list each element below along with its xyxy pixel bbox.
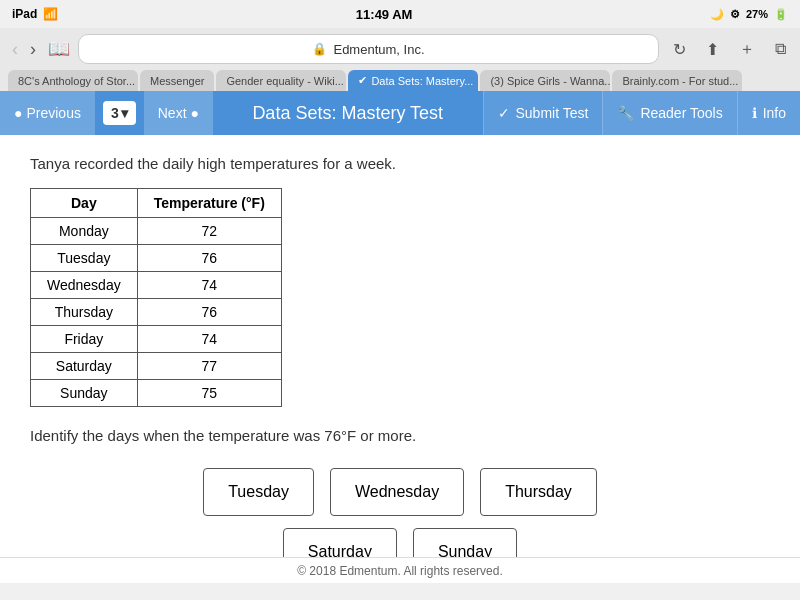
main-content: Tanya recorded the daily high temperatur… bbox=[0, 135, 800, 557]
url-text: Edmentum, Inc. bbox=[333, 42, 424, 57]
check-icon: ✓ bbox=[498, 105, 510, 121]
tab-label: Data Sets: Mastery... bbox=[371, 75, 473, 87]
browser-chrome: ‹ › 📖 🔒 Edmentum, Inc. ↻ ⬆ ＋ ⧉ 8C's Anth… bbox=[0, 28, 800, 91]
active-tab-icon: ✔ bbox=[358, 74, 367, 87]
table-cell: 74 bbox=[137, 272, 281, 299]
submit-test-button[interactable]: ✓ Submit Test bbox=[483, 91, 603, 135]
new-tab-button[interactable]: ＋ bbox=[733, 37, 761, 62]
table-row: Saturday77 bbox=[31, 353, 282, 380]
page-title: Data Sets: Mastery Test bbox=[213, 103, 483, 124]
moon-icon: 🌙 bbox=[710, 8, 724, 21]
tab-gender[interactable]: Gender equality - Wiki... bbox=[216, 70, 346, 91]
table-cell: 72 bbox=[137, 218, 281, 245]
info-label: Info bbox=[763, 105, 786, 121]
status-left: iPad 📶 bbox=[12, 7, 58, 21]
wifi-icon: 📶 bbox=[43, 7, 58, 21]
reader-tools-button[interactable]: 🔧 Reader Tools bbox=[602, 91, 736, 135]
tab-brainly[interactable]: Brainly.com - For stud... bbox=[612, 70, 742, 91]
tab-label: Gender equality - Wiki... bbox=[226, 75, 343, 87]
device-label: iPad bbox=[12, 7, 37, 21]
next-icon: ● bbox=[191, 105, 199, 121]
tab-datasets[interactable]: ✔ Data Sets: Mastery... bbox=[348, 70, 478, 91]
status-bar: iPad 📶 11:49 AM 🌙 ⚙ 27% 🔋 bbox=[0, 0, 800, 28]
answer-choice-button[interactable]: Tuesday bbox=[203, 468, 314, 516]
address-bar[interactable]: 🔒 Edmentum, Inc. bbox=[78, 34, 659, 64]
tab-spice[interactable]: (3) Spice Girls - Wanna... bbox=[480, 70, 610, 91]
table-row: Sunday75 bbox=[31, 380, 282, 407]
question-indicator: 3 ▾ bbox=[103, 101, 136, 125]
answer-choices: TuesdayWednesdayThursdaySaturdaySunday bbox=[30, 468, 770, 557]
table-cell: Friday bbox=[31, 326, 138, 353]
nav-buttons: ‹ › bbox=[8, 37, 40, 62]
table-cell: Saturday bbox=[31, 353, 138, 380]
table-cell: 76 bbox=[137, 245, 281, 272]
toolbar-left: ● Previous 3 ▾ Next ● bbox=[0, 91, 213, 135]
battery-label: 27% bbox=[746, 8, 768, 20]
lock-icon: 🔒 bbox=[312, 42, 327, 56]
reload-button[interactable]: ↻ bbox=[667, 38, 692, 61]
answer-row: TuesdayWednesdayThursday bbox=[30, 468, 770, 516]
fullscreen-button[interactable]: ⧉ bbox=[769, 38, 792, 60]
answer-choice-button[interactable]: Thursday bbox=[480, 468, 597, 516]
wrench-icon: 🔧 bbox=[617, 105, 634, 121]
col-header-day: Day bbox=[31, 189, 138, 218]
table-row: Tuesday76 bbox=[31, 245, 282, 272]
answer-row: SaturdaySunday bbox=[30, 528, 770, 557]
tab-label: Brainly.com - For stud... bbox=[622, 75, 738, 87]
table-cell: 75 bbox=[137, 380, 281, 407]
table-row: Thursday76 bbox=[31, 299, 282, 326]
tab-messenger[interactable]: Messenger bbox=[140, 70, 214, 91]
tab-anthology[interactable]: 8C's Anthology of Stor... bbox=[8, 70, 138, 91]
previous-label: Previous bbox=[26, 105, 80, 121]
submit-label: Submit Test bbox=[516, 105, 589, 121]
reader-tools-label: Reader Tools bbox=[640, 105, 722, 121]
previous-button[interactable]: ● Previous bbox=[0, 91, 95, 135]
prev-icon: ● bbox=[14, 105, 22, 121]
col-header-temp: Temperature (°F) bbox=[137, 189, 281, 218]
forward-button[interactable]: › bbox=[26, 37, 40, 62]
table-row: Wednesday74 bbox=[31, 272, 282, 299]
identify-prompt: Identify the days when the temperature w… bbox=[30, 427, 770, 444]
footer: © 2018 Edmentum. All rights reserved. bbox=[0, 557, 800, 583]
info-icon: ℹ bbox=[752, 105, 757, 121]
answer-choice-button[interactable]: Wednesday bbox=[330, 468, 464, 516]
table-cell: Tuesday bbox=[31, 245, 138, 272]
table-cell: Monday bbox=[31, 218, 138, 245]
question-intro: Tanya recorded the daily high temperatur… bbox=[30, 155, 770, 172]
clock: 11:49 AM bbox=[356, 7, 413, 22]
tab-label: 8C's Anthology of Stor... bbox=[18, 75, 135, 87]
bluetooth-icon: ⚙ bbox=[730, 8, 740, 21]
app-toolbar: ● Previous 3 ▾ Next ● Data Sets: Mastery… bbox=[0, 91, 800, 135]
tab-label: Messenger bbox=[150, 75, 204, 87]
table-row: Monday72 bbox=[31, 218, 282, 245]
bookmark-button[interactable]: 📖 bbox=[48, 38, 70, 60]
info-button[interactable]: ℹ Info bbox=[737, 91, 800, 135]
tab-label: (3) Spice Girls - Wanna... bbox=[490, 75, 610, 87]
table-cell: Thursday bbox=[31, 299, 138, 326]
browser-top-bar: ‹ › 📖 🔒 Edmentum, Inc. ↻ ⬆ ＋ ⧉ bbox=[8, 34, 792, 64]
next-button[interactable]: Next ● bbox=[144, 91, 213, 135]
question-number: 3 bbox=[111, 105, 119, 121]
battery-icon: 🔋 bbox=[774, 8, 788, 21]
table-cell: 76 bbox=[137, 299, 281, 326]
table-cell: Wednesday bbox=[31, 272, 138, 299]
temperature-table: Day Temperature (°F) Monday72Tuesday76We… bbox=[30, 188, 282, 407]
status-right: 🌙 ⚙ 27% 🔋 bbox=[710, 8, 788, 21]
copyright-text: © 2018 Edmentum. All rights reserved. bbox=[297, 564, 503, 578]
toolbar-right: ✓ Submit Test 🔧 Reader Tools ℹ Info bbox=[483, 91, 801, 135]
chevron-down-icon: ▾ bbox=[121, 105, 128, 121]
next-label: Next bbox=[158, 105, 187, 121]
answer-choice-button[interactable]: Saturday bbox=[283, 528, 397, 557]
share-button[interactable]: ⬆ bbox=[700, 38, 725, 61]
table-row: Friday74 bbox=[31, 326, 282, 353]
table-cell: 77 bbox=[137, 353, 281, 380]
table-cell: 74 bbox=[137, 326, 281, 353]
back-button[interactable]: ‹ bbox=[8, 37, 22, 62]
answer-choice-button[interactable]: Sunday bbox=[413, 528, 517, 557]
table-cell: Sunday bbox=[31, 380, 138, 407]
browser-tabs: 8C's Anthology of Stor... Messenger Gend… bbox=[8, 70, 792, 91]
